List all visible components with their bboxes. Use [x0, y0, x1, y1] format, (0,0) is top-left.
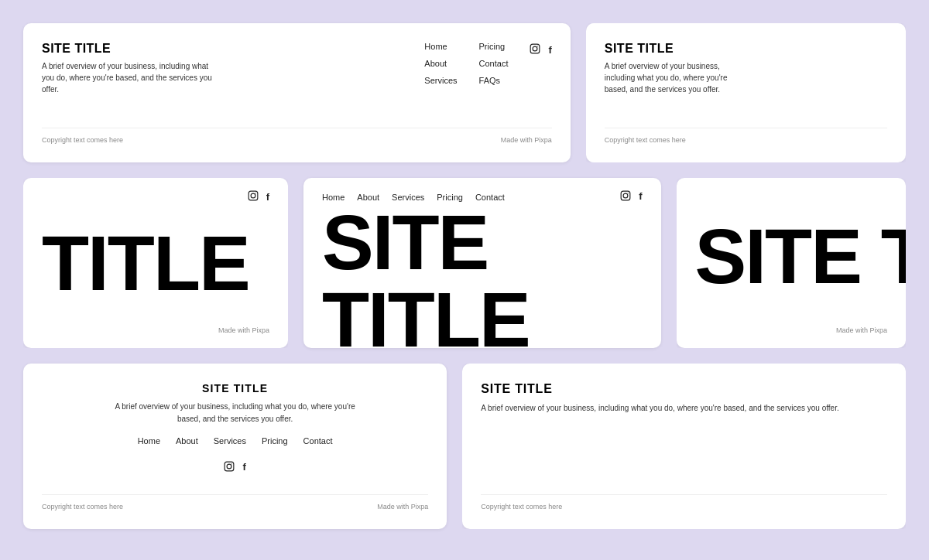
- card1-nav-col1: Home About Services: [424, 42, 457, 85]
- svg-rect-3: [249, 191, 258, 200]
- svg-point-8: [628, 193, 629, 193]
- facebook-icon[interactable]: f: [548, 44, 551, 56]
- card5-site-title: SITE TITLE: [42, 382, 428, 394]
- card2-copyright: Copyright text comes here: [605, 136, 686, 144]
- svg-point-11: [231, 463, 232, 464]
- card3-made-with: Made with Pixpa: [218, 326, 269, 334]
- card6-spacer: [481, 415, 887, 482]
- svg-point-4: [251, 193, 255, 198]
- card4-wrapper: Home About Services Pricing Contact f: [303, 178, 661, 348]
- card4b-wrapper: SITE TITLE Made with Pixpa: [677, 178, 906, 348]
- card6-tagline: A brief overview of your business, inclu…: [481, 402, 887, 415]
- instagram-icon-3[interactable]: [248, 190, 259, 203]
- card5-tagline: A brief overview of your business, inclu…: [111, 401, 359, 425]
- card1-social: f: [530, 43, 551, 56]
- card5-social: f: [42, 461, 428, 474]
- card5-nav-home[interactable]: Home: [138, 436, 160, 446]
- card5-nav-contact[interactable]: Contact: [303, 436, 333, 446]
- card1-nav-col2: Pricing Contact FAQs: [479, 42, 509, 85]
- card5-nav-services[interactable]: Services: [214, 436, 246, 446]
- card6-wrapper: SITE TITLE A brief overview of your busi…: [462, 364, 906, 529]
- footer-card-6: SITE TITLE A brief overview of your busi…: [462, 364, 906, 529]
- svg-point-1: [533, 46, 538, 51]
- card1-made-with: Made with Pixpa: [501, 136, 552, 144]
- footer-card-5: SITE TITLE A brief overview of your busi…: [23, 364, 447, 529]
- card1-footer: Copyright text comes here Made with Pixp…: [42, 128, 552, 144]
- facebook-icon-4[interactable]: f: [639, 190, 642, 203]
- card6-footer: Copyright text comes here: [481, 494, 887, 510]
- card3-footer: Made with Pixpa: [42, 322, 269, 336]
- nav-link-pricing[interactable]: Pricing: [479, 42, 509, 51]
- nav-link-contact[interactable]: Contact: [479, 59, 509, 68]
- card4b-big-title: SITE TITLE: [695, 217, 906, 295]
- card4b-footer: Made with Pixpa: [695, 322, 887, 336]
- card3-big-title: TITLE: [42, 224, 269, 302]
- footer-card-4: Home About Services Pricing Contact f: [303, 178, 661, 348]
- footer-card-1: SITE TITLE A brief overview of your busi…: [23, 23, 571, 162]
- card2-header: SITE TITLE A brief overview of your busi…: [605, 42, 887, 95]
- card3-body: TITLE: [42, 210, 269, 316]
- footer-card-4b: SITE TITLE Made with Pixpa: [677, 178, 906, 348]
- card3-wrapper: f TITLE Made with Pixpa: [23, 178, 288, 348]
- svg-rect-0: [531, 44, 540, 53]
- card4-big-title: SITE TITLE: [322, 203, 643, 348]
- nav-link-services[interactable]: Services: [424, 76, 457, 85]
- card5-copyright: Copyright text comes here: [42, 503, 123, 510]
- card5-footer: Copyright text comes here Made with Pixp…: [42, 494, 428, 510]
- instagram-icon-5[interactable]: [224, 461, 235, 474]
- instagram-icon-4[interactable]: [620, 190, 631, 203]
- card5-wrapper: SITE TITLE A brief overview of your busi…: [23, 364, 447, 529]
- bottom-row: SITE TITLE A brief overview of your busi…: [23, 364, 906, 529]
- card6-copyright: Copyright text comes here: [481, 503, 562, 510]
- svg-point-2: [537, 46, 538, 46]
- card1-brand: SITE TITLE A brief overview of your busi…: [42, 42, 212, 95]
- card6-site-title: SITE TITLE: [481, 382, 887, 396]
- footer-card-3: f TITLE Made with Pixpa: [23, 178, 288, 348]
- footer-card-2: SITE TITLE A brief overview of your busi…: [586, 23, 906, 162]
- nav-link-about[interactable]: About: [424, 59, 457, 68]
- card5-nav-pricing[interactable]: Pricing: [262, 436, 288, 446]
- instagram-icon[interactable]: [530, 43, 540, 56]
- svg-rect-6: [621, 191, 630, 200]
- card2-footer: Copyright text comes here: [605, 128, 887, 144]
- card4-body: SITE TITLE: [322, 203, 643, 348]
- nav-link-home[interactable]: Home: [424, 42, 457, 51]
- card2-brand: SITE TITLE A brief overview of your busi…: [605, 42, 736, 95]
- card6-header: SITE TITLE A brief overview of your busi…: [481, 382, 887, 415]
- card4b-made-with: Made with Pixpa: [836, 326, 887, 334]
- card4b-body: SITE TITLE: [695, 190, 887, 322]
- card4-social: f: [620, 190, 642, 203]
- card5-nav-about[interactable]: About: [176, 436, 198, 446]
- card5-nav: Home About Services Pricing Contact: [42, 436, 428, 446]
- facebook-icon-3[interactable]: f: [266, 191, 269, 203]
- svg-rect-9: [225, 462, 235, 471]
- card5-made-with: Made with Pixpa: [377, 503, 428, 510]
- nav-link-faqs[interactable]: FAQs: [479, 76, 509, 85]
- svg-point-10: [228, 464, 232, 469]
- card1-site-title: SITE TITLE: [42, 42, 212, 56]
- card3-header: f: [42, 190, 269, 203]
- card1-tagline: A brief overview of your business, inclu…: [42, 60, 212, 95]
- card2-tagline: A brief overview of your business, inclu…: [605, 60, 736, 95]
- card1-copyright: Copyright text comes here: [42, 136, 123, 144]
- facebook-icon-5[interactable]: f: [242, 461, 245, 474]
- svg-point-5: [255, 193, 255, 193]
- card2-site-title: SITE TITLE: [605, 42, 736, 56]
- middle-row: f TITLE Made with Pixpa Home About Servi…: [23, 178, 906, 348]
- card5-header: SITE TITLE A brief overview of your busi…: [42, 382, 428, 453]
- svg-point-7: [623, 193, 628, 198]
